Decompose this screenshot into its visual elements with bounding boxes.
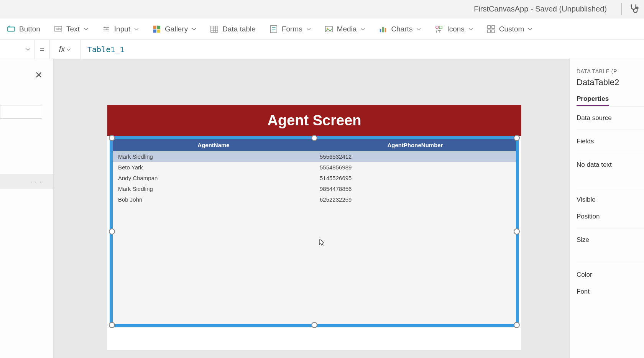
cell-phone: 6252232259 bbox=[314, 194, 516, 205]
prop-fields[interactable]: Fields bbox=[577, 130, 644, 153]
formula-input[interactable]: Table1_1 bbox=[80, 40, 644, 59]
canvas-area[interactable]: Agent Screen AgentName AgentPhoneNumber … bbox=[54, 59, 569, 358]
gallery-icon bbox=[153, 25, 161, 33]
ribbon-charts-label: Charts bbox=[391, 25, 412, 33]
resize-handle[interactable] bbox=[109, 322, 115, 328]
svg-rect-9 bbox=[157, 29, 160, 32]
equals-sign: = bbox=[34, 40, 50, 59]
data-table[interactable]: AgentName AgentPhoneNumber Mark Siedling… bbox=[113, 139, 516, 324]
svg-rect-16 bbox=[385, 28, 386, 32]
ribbon-charts[interactable]: Charts bbox=[379, 25, 421, 33]
prop-size[interactable]: Size bbox=[577, 228, 644, 251]
datatable-selection[interactable]: AgentName AgentPhoneNumber Mark Siedling… bbox=[110, 136, 519, 327]
cell-phone: 9854478856 bbox=[314, 183, 516, 194]
svg-rect-18 bbox=[439, 26, 442, 28]
prop-data-source[interactable]: Data source bbox=[577, 106, 644, 130]
chevron-down-icon bbox=[84, 27, 88, 31]
ribbon-data-table[interactable]: Data table bbox=[210, 25, 256, 33]
prop-font[interactable]: Font bbox=[577, 286, 644, 303]
ribbon-text-label: Text bbox=[66, 25, 80, 33]
table-row[interactable]: Beto Yark 5554856989 bbox=[113, 162, 516, 172]
charts-icon bbox=[379, 25, 387, 33]
resize-handle[interactable] bbox=[109, 228, 115, 235]
property-selector[interactable] bbox=[0, 40, 34, 59]
tab-properties[interactable]: Properties bbox=[577, 95, 609, 106]
ribbon-input[interactable]: Input bbox=[102, 25, 139, 33]
resize-handle[interactable] bbox=[311, 322, 317, 328]
forms-icon bbox=[269, 25, 278, 33]
fx-button[interactable]: fx bbox=[50, 40, 80, 59]
chevron-down-icon bbox=[306, 27, 311, 31]
svg-rect-21 bbox=[488, 30, 490, 32]
ribbon-gallery-label: Gallery bbox=[165, 25, 188, 33]
prop-visible[interactable]: Visible bbox=[577, 188, 644, 211]
ribbon-media[interactable]: Media bbox=[325, 25, 365, 33]
cell-name: Mark Siedling bbox=[113, 151, 314, 162]
svg-point-0 bbox=[636, 7, 638, 9]
svg-point-17 bbox=[436, 26, 439, 28]
resize-handle[interactable] bbox=[514, 322, 520, 328]
fx-label: fx bbox=[59, 45, 65, 54]
ribbon-forms[interactable]: Forms bbox=[269, 25, 311, 33]
ribbon-input-label: Input bbox=[114, 25, 130, 33]
column-header-agentphone[interactable]: AgentPhoneNumber bbox=[314, 139, 516, 151]
control-name[interactable]: DataTable2 bbox=[577, 77, 644, 87]
custom-icon bbox=[487, 25, 495, 33]
insert-ribbon: Button Abc Text Input Gallery Data table… bbox=[0, 18, 644, 40]
more-icon[interactable]: · · · bbox=[31, 179, 42, 185]
table-row[interactable]: Mark Siedling 5556532412 bbox=[113, 151, 516, 162]
input-icon bbox=[102, 25, 110, 33]
ribbon-button[interactable]: Button bbox=[7, 25, 40, 33]
cursor-icon bbox=[319, 238, 325, 247]
ribbon-icons[interactable]: Icons bbox=[435, 25, 473, 33]
properties-panel: DATA TABLE (P DataTable2 Properties Data… bbox=[569, 59, 644, 358]
button-icon bbox=[7, 25, 15, 33]
svg-rect-1 bbox=[8, 27, 15, 31]
cell-name: Mark Siedling bbox=[113, 183, 314, 194]
cell-name: Beto Yark bbox=[113, 162, 314, 172]
text-icon: Abc bbox=[54, 25, 62, 33]
resize-handle[interactable] bbox=[514, 228, 520, 235]
ribbon-data-table-label: Data table bbox=[222, 25, 256, 33]
svg-rect-22 bbox=[492, 30, 495, 32]
resize-handle[interactable] bbox=[109, 135, 115, 141]
resize-handle[interactable] bbox=[311, 135, 317, 141]
prop-color[interactable]: Color bbox=[577, 263, 644, 286]
resize-handle[interactable] bbox=[514, 135, 520, 141]
chevron-down-icon bbox=[134, 27, 139, 31]
data-table-icon bbox=[210, 25, 219, 33]
ribbon-custom[interactable]: Custom bbox=[487, 25, 532, 33]
svg-text:Abc: Abc bbox=[56, 27, 62, 31]
tree-item-selected[interactable]: · · · bbox=[0, 174, 53, 189]
icons-icon bbox=[435, 25, 443, 33]
prop-position[interactable]: Position bbox=[577, 211, 644, 228]
svg-point-5 bbox=[106, 28, 108, 30]
svg-rect-20 bbox=[492, 25, 495, 28]
app-checker-icon[interactable] bbox=[629, 3, 639, 15]
cell-name: Bob John bbox=[113, 194, 314, 205]
cell-phone: 5145526695 bbox=[314, 172, 516, 183]
cell-phone: 5556532412 bbox=[314, 151, 516, 162]
svg-rect-10 bbox=[211, 26, 218, 32]
chevron-down-icon bbox=[360, 27, 365, 31]
ribbon-text[interactable]: Abc Text bbox=[54, 25, 88, 33]
svg-rect-19 bbox=[488, 25, 490, 28]
prop-no-data-text[interactable]: No data text bbox=[577, 153, 644, 176]
close-icon[interactable]: ✕ bbox=[35, 70, 43, 80]
svg-rect-6 bbox=[153, 25, 156, 28]
chevron-down-icon bbox=[528, 27, 532, 31]
table-row[interactable]: Mark Siedling 9854478856 bbox=[113, 183, 516, 194]
title-divider bbox=[621, 3, 622, 15]
ribbon-icons-label: Icons bbox=[447, 25, 464, 33]
screen-title-label: Agent Screen bbox=[107, 105, 521, 136]
tree-view-panel: ✕ · · · bbox=[0, 59, 54, 358]
panel-caption: DATA TABLE (P bbox=[577, 68, 644, 74]
workspace: ✕ · · · Agent Screen AgentName AgentPhon… bbox=[0, 59, 644, 358]
table-row[interactable]: Bob John 6252232259 bbox=[113, 194, 516, 205]
column-header-agentname[interactable]: AgentName bbox=[113, 139, 314, 151]
table-row[interactable]: Andy Champan 5145526695 bbox=[113, 172, 516, 183]
cell-phone: 5554856989 bbox=[314, 162, 516, 172]
svg-rect-12 bbox=[325, 26, 332, 32]
ribbon-gallery[interactable]: Gallery bbox=[153, 25, 196, 33]
tree-search-input[interactable] bbox=[0, 105, 42, 119]
